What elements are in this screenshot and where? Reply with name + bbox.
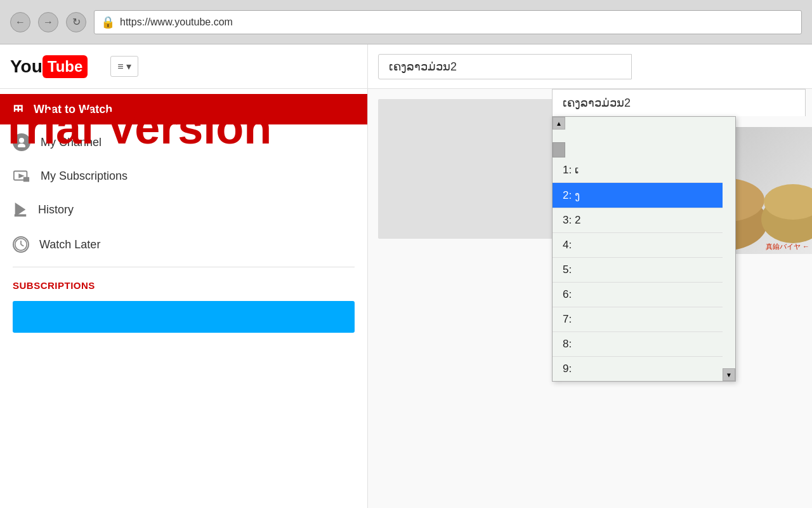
dropdown-item-5[interactable]: 5: [553,258,723,283]
dropdown-title: ເຄງລາວມ່ວນ2 [552,89,806,116]
svg-point-1 [18,144,25,147]
hamburger-arrow-icon: ▾ [126,60,131,72]
sidebar: You Tube ≡ ▾ ⊞ What to Watch My Channel [0,44,368,508]
scrollbar-up-button[interactable]: ▲ [553,117,565,130]
person-icon [13,133,30,151]
watch-later-label: Watch Later [39,238,100,251]
my-channel-label: My Channel [41,136,102,149]
search-input[interactable] [378,54,632,79]
nav-section: ⊞ What to Watch My Channel My Subscrip [0,89,367,343]
search-bar-area [368,44,812,89]
forward-button[interactable]: → [38,12,58,32]
history-label: History [38,203,74,217]
what-to-watch-label: What to Watch [34,103,112,116]
youtube-logo: You Tube [10,55,88,78]
search-term-display: ເຄງລາວມ່ວນ2 [563,97,631,109]
address-bar[interactable]: 🔒 https://www.youtube.com [94,10,802,34]
my-channel-item[interactable]: My Channel [0,124,367,160]
hamburger-icon: ≡ [117,61,123,72]
dropdown-item-1[interactable]: 1: ເ [553,157,723,183]
dropdown-item-2[interactable]: 2: ງ [553,183,723,208]
svg-rect-4 [23,177,29,182]
refresh-button[interactable]: ↻ [66,12,86,32]
main-content: 真鍮バイヤ ← ເຄງລາວມ່ວນ2 ▲ ▼ 1: ເ 2: ງ [368,44,812,508]
dropdown-item-4[interactable]: 4: [553,233,723,258]
browser-chrome: ← → ↻ 🔒 https://www.youtube.com [0,0,812,44]
my-subscriptions-label: My Subscriptions [41,170,128,183]
svg-point-0 [19,138,24,143]
what-to-watch-item[interactable]: ⊞ What to Watch [0,94,367,124]
back-button[interactable]: ← [10,12,30,32]
history-icon [13,201,28,218]
yt-header: You Tube ≡ ▾ [0,44,367,89]
scrollbar-down-button[interactable]: ▼ [723,368,735,381]
subscriptions-icon [13,169,30,183]
dropdown-list[interactable]: ▲ ▼ 1: ເ 2: ງ 3: 2 4: [552,116,736,382]
nav-divider [13,267,355,267]
lock-icon: 🔒 [101,15,115,29]
watch-later-item[interactable]: Watch Later [0,227,367,262]
dropdown-items-container: 1: ເ 2: ງ 3: 2 4: 5: 6: [553,157,735,381]
subscriptions-section-label: SUBSCRIPTIONS [0,272,367,296]
clock-icon [13,236,29,253]
my-subscriptions-item[interactable]: My Subscriptions [0,160,367,192]
hamburger-menu-button[interactable]: ≡ ▾ [110,56,138,77]
svg-line-9 [21,244,23,246]
dropdown-item-8[interactable]: 8: [553,332,723,357]
dropdown-item-9[interactable]: 9: [553,357,723,381]
dropdown-item-6[interactable]: 6: [553,283,723,307]
youtube-page: You Tube ≡ ▾ ⊞ What to Watch My Channel [0,44,812,508]
subscribe-button[interactable] [13,301,355,333]
dropdown-overlay: ເຄງລາວມ່ວນ2 ▲ ▼ 1: ເ 2: ງ 3: 2 [552,89,806,382]
dropdown-item-7[interactable]: 7: [553,307,723,332]
grid-icon: ⊞ [13,102,23,117]
svg-rect-6 [15,214,26,217]
logo-you: You [10,57,43,77]
url-text: https://www.youtube.com [120,17,233,28]
dropdown-item-3[interactable]: 3: 2 [553,208,723,233]
logo-tube: Tube [43,55,88,78]
history-item[interactable]: History [0,192,367,227]
scrollbar-thumb [553,142,565,157]
